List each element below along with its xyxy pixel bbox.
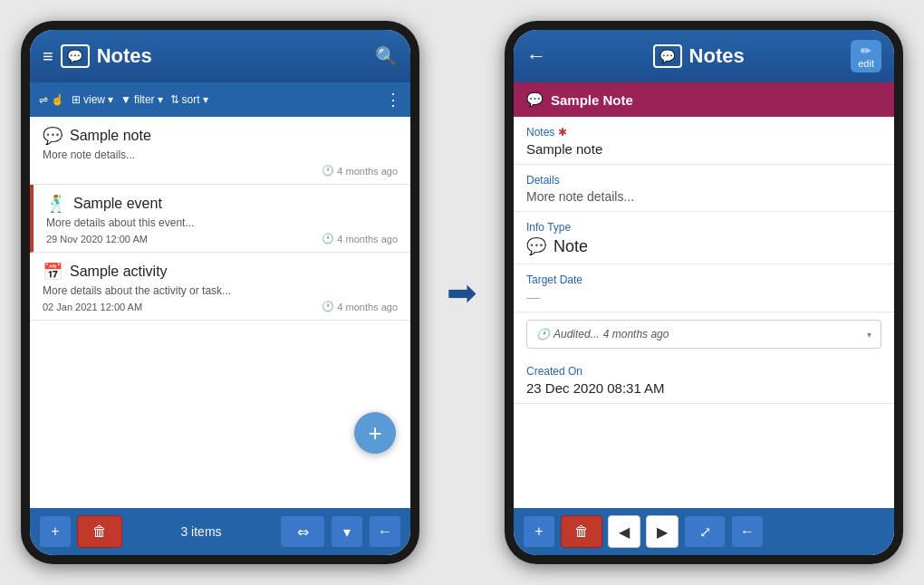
- pencil-icon: ✏: [861, 43, 871, 58]
- item-title: Sample event: [73, 196, 162, 212]
- next-button[interactable]: ▶: [646, 515, 679, 548]
- section-note-icon: 💬: [526, 91, 544, 108]
- back-button[interactable]: ←: [731, 515, 764, 548]
- event-icon: 🕺: [46, 194, 66, 214]
- search-icon[interactable]: 🔍: [375, 45, 398, 67]
- expand-icon: ⤢: [699, 523, 711, 541]
- item-header: 💬 Sample note: [43, 126, 398, 146]
- info-type-field: Info Type 💬 Note: [514, 212, 894, 264]
- list-item[interactable]: 💬 Sample note More note details... 🕐 4 m…: [30, 117, 410, 185]
- expand-button[interactable]: ⤢: [684, 515, 726, 548]
- filter-btn[interactable]: ▼ filter ▾: [120, 93, 163, 106]
- right-header-title: Notes: [689, 44, 745, 68]
- right-phone-inner: ← Notes ✏ edit 💬 Sample Note: [514, 30, 894, 555]
- created-on-label: Created On: [526, 365, 881, 378]
- right-header: ← Notes ✏ edit: [514, 30, 894, 82]
- notes-list: 💬 Sample note More note details... 🕐 4 m…: [30, 117, 410, 508]
- item-detail: More details about this event...: [46, 216, 398, 229]
- right-arrow-icon: ▶: [657, 523, 668, 541]
- audit-bar[interactable]: 🕐 Audited... 4 months ago ▾: [526, 320, 881, 349]
- add-button[interactable]: +: [39, 515, 72, 548]
- filter-icon: ▼: [120, 93, 131, 106]
- transition-arrow: ➡: [447, 272, 477, 313]
- left-header-title: Notes: [97, 44, 152, 68]
- left-bottom-bar: + 🗑 3 items ⇔ ▾ ←: [30, 508, 410, 555]
- right-bottom-bar: + 🗑 ◀ ▶ ⤢ ←: [514, 508, 894, 555]
- section-title-bar: 💬 Sample Note: [514, 82, 894, 117]
- sort-chevron-icon: ▾: [203, 93, 208, 106]
- clock-icon: 🕐: [536, 328, 550, 340]
- left-phone-inner: ≡ Notes 🔍 ⇌ ☝ ⊞ view ▾ ▼: [30, 30, 410, 555]
- item-date: 29 Nov 2020 12:00 AM: [46, 234, 148, 245]
- item-title: Sample activity: [70, 264, 168, 280]
- delete-icon: 🗑: [574, 523, 589, 540]
- add-button[interactable]: +: [523, 515, 555, 548]
- item-header: 📅 Sample activity: [43, 262, 398, 282]
- header-center-group: Notes: [653, 44, 745, 68]
- list-item[interactable]: 🕺 Sample event More details about this e…: [30, 185, 410, 253]
- list-toolbar: ⇌ ☝ ⊞ view ▾ ▼ filter ▾ ⇅ sort ▾: [30, 82, 410, 117]
- view-icon: ⊞: [72, 93, 81, 106]
- clock-icon: 🕐: [322, 301, 334, 312]
- delete-button[interactable]: 🗑: [77, 515, 122, 548]
- delete-icon: 🗑: [92, 523, 107, 540]
- notes-app-icon: [61, 44, 90, 68]
- items-count: 3 items: [128, 524, 274, 539]
- item-time: 🕐 4 months ago: [322, 233, 398, 245]
- filter-chevron-icon: ▾: [158, 93, 163, 106]
- audit-text: 🕐 Audited... 4 months ago: [536, 328, 669, 340]
- plus-icon: +: [534, 523, 543, 540]
- left-arrow-icon: ◀: [619, 523, 630, 541]
- created-on-value: 23 Dec 2020 08:31 AM: [526, 380, 881, 396]
- right-phone: ← Notes ✏ edit 💬 Sample Note: [505, 21, 903, 564]
- back-icon: ←: [740, 523, 755, 540]
- header-left-group: ≡ Notes: [43, 44, 152, 68]
- fab-add-button[interactable]: +: [354, 412, 396, 454]
- audit-chevron-icon: ▾: [867, 330, 871, 340]
- target-date-value: —: [526, 289, 881, 304]
- notes-field-label: Notes ✱: [526, 126, 881, 139]
- edit-label: edit: [858, 58, 874, 69]
- plus-icon: +: [368, 419, 381, 447]
- target-date-field: Target Date —: [514, 264, 894, 312]
- sort-btn[interactable]: ⇅ sort ▾: [170, 93, 208, 106]
- hamburger-icon[interactable]: ≡: [43, 46, 53, 67]
- chevron-down-icon: ▾: [108, 93, 113, 106]
- clock-icon: 🕐: [322, 165, 334, 177]
- notes-field: Notes ✱ Sample note: [514, 117, 894, 165]
- created-on-field: Created On 23 Dec 2020 08:31 AM: [514, 356, 894, 404]
- details-field-label: Details: [526, 174, 881, 187]
- note-icon: 💬: [43, 126, 63, 146]
- back-button[interactable]: ←: [369, 515, 401, 548]
- select-all-btn[interactable]: ⇌ ☝: [39, 93, 64, 106]
- item-date: 02 Jan 2021 12:00 AM: [43, 302, 142, 312]
- item-time: 🕐 4 months ago: [322, 301, 398, 312]
- detail-body: Notes ✱ Sample note Details More note de…: [514, 117, 894, 508]
- clock-icon: 🕐: [322, 233, 334, 245]
- back-icon: ←: [378, 523, 392, 540]
- item-detail: More details about the activity or task.…: [43, 284, 398, 297]
- back-button[interactable]: ←: [526, 44, 546, 68]
- item-title: Sample note: [70, 128, 151, 144]
- notes-field-value: Sample note: [526, 141, 881, 157]
- touch-icon: ☝: [51, 93, 64, 106]
- prev-button[interactable]: ◀: [608, 515, 640, 548]
- required-indicator: ✱: [558, 126, 567, 139]
- split-view-button[interactable]: ⇔: [280, 515, 325, 548]
- edit-button[interactable]: ✏ edit: [851, 40, 881, 72]
- item-meta: 02 Jan 2021 12:00 AM 🕐 4 months ago: [43, 301, 398, 312]
- toolbar-more-btn[interactable]: ⋮: [385, 90, 401, 110]
- chevron-down-button[interactable]: ▾: [331, 515, 363, 548]
- item-detail: More note details...: [43, 149, 398, 161]
- item-header: 🕺 Sample event: [46, 194, 398, 214]
- chevron-down-icon: ▾: [343, 523, 351, 541]
- view-btn[interactable]: ⊞ view ▾: [72, 93, 113, 106]
- info-type-label: Info Type: [526, 221, 881, 234]
- left-header: ≡ Notes 🔍: [30, 30, 410, 82]
- split-icon: ⇔: [297, 523, 309, 541]
- list-item[interactable]: 📅 Sample activity More details about the…: [30, 253, 410, 321]
- delete-button[interactable]: 🗑: [561, 515, 602, 548]
- info-type-icon: 💬: [526, 236, 546, 256]
- sort-icon: ⇅: [170, 93, 179, 106]
- details-field-value: More note details...: [526, 189, 881, 204]
